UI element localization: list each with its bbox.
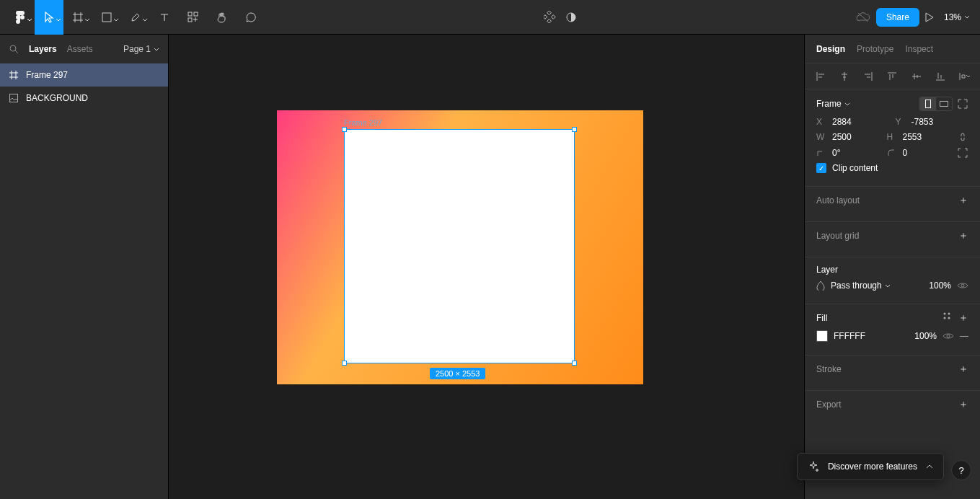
pen-tool-button[interactable]	[121, 0, 150, 35]
landscape-icon[interactable]	[936, 97, 952, 110]
export-section: Export ＋	[805, 391, 980, 414]
fill-styles-icon[interactable]	[943, 312, 951, 324]
y-input[interactable]: -7853	[911, 117, 934, 127]
radius-input[interactable]: 0	[903, 148, 908, 158]
resize-handle-sw[interactable]	[342, 361, 347, 366]
align-bottom-icon[interactable]	[935, 71, 946, 82]
contrast-icon	[565, 12, 577, 23]
tab-inspect[interactable]: Inspect	[905, 44, 933, 54]
portrait-icon[interactable]	[920, 97, 936, 110]
align-right-icon[interactable]	[862, 71, 874, 82]
search-icon[interactable]	[9, 44, 19, 54]
align-hcenter-icon[interactable]	[839, 71, 850, 82]
fill-visibility-icon[interactable]	[943, 332, 954, 340]
frame-icon	[9, 71, 19, 79]
shape-tool-button[interactable]	[92, 0, 121, 35]
resize-handle-nw[interactable]	[342, 127, 347, 132]
center-tool-b[interactable]	[565, 0, 577, 35]
blend-mode-icon[interactable]	[816, 281, 825, 291]
auto-layout-section: Auto layout ＋	[805, 187, 980, 222]
blend-mode-select[interactable]: Pass through	[831, 281, 923, 291]
hand-icon	[216, 12, 228, 23]
right-panel-tabs: Design Prototype Inspect	[805, 35, 980, 63]
export-section-title: Export	[816, 399, 842, 410]
frame-label[interactable]: Frame 297	[344, 118, 382, 127]
chevron-down-icon	[27, 19, 32, 22]
add-layout-grid-button[interactable]: ＋	[958, 229, 968, 242]
discover-features-toast[interactable]: Discover more features	[797, 453, 944, 480]
zoom-dropdown[interactable]: 13%	[940, 12, 974, 22]
chevron-up-icon[interactable]	[926, 464, 933, 469]
tab-layers[interactable]: Layers	[29, 44, 57, 54]
svg-rect-6	[10, 94, 18, 102]
remove-fill-button[interactable]: —	[960, 331, 968, 341]
x-input[interactable]: 2884	[832, 117, 852, 127]
resize-handle-se[interactable]	[572, 361, 577, 366]
resources-button[interactable]	[179, 0, 208, 35]
move-tool-button[interactable]	[35, 0, 63, 35]
frame-icon	[72, 12, 84, 23]
comment-tool-button[interactable]	[237, 0, 265, 35]
layer-name: Frame 297	[26, 70, 68, 80]
add-export-button[interactable]: ＋	[958, 398, 968, 411]
canvas[interactable]: Frame 297 2500 × 2553	[169, 35, 804, 499]
align-top-icon[interactable]	[886, 71, 898, 82]
fill-hex-input[interactable]: FFFFFF	[834, 331, 909, 341]
figma-logo-icon	[15, 11, 25, 24]
help-button[interactable]: ?	[951, 460, 971, 480]
text-tool-button[interactable]	[150, 0, 179, 35]
x-label: X	[816, 117, 826, 127]
cursor-icon	[44, 12, 54, 23]
main-menu-button[interactable]	[6, 0, 35, 35]
align-tools-row	[805, 63, 980, 89]
top-toolbar: Share 13%	[0, 0, 980, 35]
w-input[interactable]: 2500	[832, 132, 852, 142]
constrain-proportions-icon[interactable]	[957, 131, 968, 143]
orientation-toggle[interactable]	[919, 97, 953, 111]
independent-corners-icon[interactable]	[957, 147, 968, 159]
add-auto-layout-button[interactable]: ＋	[958, 194, 968, 207]
dimensions-badge: 2500 × 2553	[430, 368, 485, 379]
visibility-toggle-icon[interactable]	[957, 281, 968, 290]
frame-section: Frame X2884 Y-7853 W2500 H2553 0° 0	[805, 89, 980, 187]
align-left-icon[interactable]	[815, 71, 826, 82]
add-stroke-button[interactable]: ＋	[958, 363, 968, 376]
align-vcenter-icon[interactable]	[911, 71, 922, 82]
page-selector[interactable]: Page 1	[123, 44, 159, 54]
chevron-down-icon	[885, 284, 891, 288]
layer-name: BACKGROUND	[26, 93, 88, 103]
distribute-icon[interactable]	[958, 71, 970, 82]
tab-prototype[interactable]: Prototype	[857, 44, 893, 54]
layout-grid-title: Layout grid	[816, 231, 859, 241]
fill-section-title: Fill	[816, 313, 827, 323]
share-button[interactable]: Share	[876, 8, 919, 27]
center-tool-a[interactable]	[544, 0, 557, 35]
hand-tool-button[interactable]	[208, 0, 237, 35]
selected-frame[interactable]	[344, 129, 575, 363]
layer-opacity-input[interactable]: 100%	[929, 281, 951, 291]
radius-icon	[887, 149, 897, 157]
layer-section: Layer Pass through 100%	[805, 257, 980, 304]
resize-to-fit-icon[interactable]	[957, 98, 968, 110]
cloud-off-icon	[856, 12, 870, 22]
frame-section-title[interactable]: Frame	[816, 99, 850, 109]
y-label: Y	[896, 117, 906, 127]
layer-section-title: Layer	[816, 265, 838, 275]
clip-content-checkbox[interactable]: ✓	[816, 163, 826, 173]
layer-row-selected[interactable]: Frame 297	[0, 63, 168, 87]
svg-rect-7	[926, 100, 931, 108]
layer-row[interactable]: BACKGROUND	[0, 87, 168, 110]
h-input[interactable]: 2553	[903, 132, 922, 142]
add-fill-button[interactable]: ＋	[958, 312, 968, 324]
tab-design[interactable]: Design	[816, 44, 845, 54]
rotation-input[interactable]: 0°	[832, 148, 840, 158]
offline-icon-button[interactable]	[856, 0, 870, 35]
fill-swatch[interactable]	[816, 330, 828, 342]
frame-tool-button[interactable]	[63, 0, 92, 35]
resize-handle-ne[interactable]	[572, 127, 577, 132]
design-panel: Design Prototype Inspect Frame	[804, 35, 980, 499]
present-button[interactable]	[925, 0, 934, 35]
svg-rect-3	[188, 18, 192, 22]
fill-opacity-input[interactable]: 100%	[914, 331, 937, 341]
tab-assets[interactable]: Assets	[67, 44, 93, 54]
